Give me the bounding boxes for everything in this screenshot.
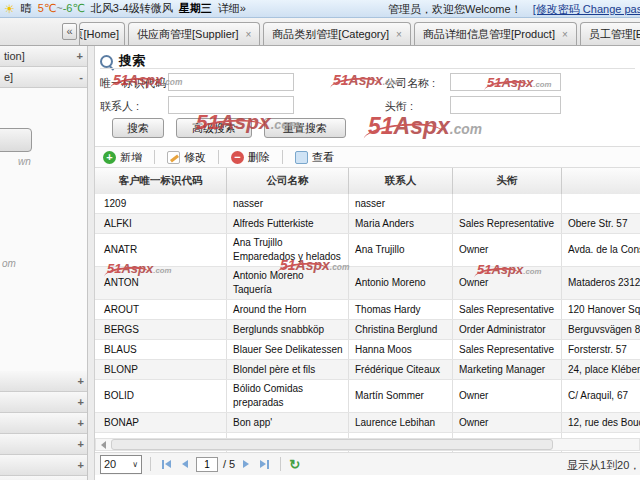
weather-detail-link[interactable]: 详细» [218,1,246,16]
add-button[interactable]: + 新增 [95,150,150,165]
table-row[interactable]: BONAPBon app'Laurence LebihanOwner12, ru… [95,413,640,433]
collapse-icon[interactable]: - [79,68,83,87]
sidebar-panel-header-1[interactable]: tion] + [0,46,87,67]
cell-contact: nasser [349,194,453,213]
sidebar-collapsed-panel[interactable]: + [0,392,88,413]
sidebar-collapsed-panel[interactable]: + [0,476,88,480]
view-button[interactable]: 查看 [287,150,342,165]
watermark-fragment: om [2,258,16,269]
contact-input[interactable] [168,96,294,114]
sidebar-collapsed-panel[interactable]: + [0,371,88,392]
tab-label: 首页[Home] [79,23,119,45]
column-header[interactable]: 头衔 [453,168,562,194]
delete-button[interactable]: − 删除 [223,150,278,165]
advanced-search-button[interactable]: 高级搜索 [176,118,252,138]
refresh-icon[interactable]: ↻ [289,458,300,471]
table-row[interactable]: BERGSBerglunds snabbköpChristina Berglun… [95,320,640,340]
tab-strip: 首页[Home]供应商管理[Supplier]×商品类别管理[Category]… [79,18,640,45]
cell-code: 1209 [95,194,227,213]
cell-title: Owner [453,234,562,266]
main-content: 搜索 唯一标识代码 : 公司名称 : 联系人 : 头衔 : 搜索 高级搜索 重置… [95,46,640,480]
horizontal-scrollbar [95,438,640,451]
search-button[interactable]: 搜索 [112,118,164,138]
cell-contact: Maria Anders [349,214,453,233]
expand-icon[interactable]: + [78,372,84,391]
tab-employees[interactable]: 员工管理[Employees]× [580,22,640,45]
code-input[interactable] [168,73,294,91]
page-number-input[interactable] [196,457,218,472]
column-header[interactable]: 地址 [562,168,640,194]
tab-category[interactable]: 商品类别管理[Category]× [263,22,411,45]
tab-home[interactable]: 首页[Home] [79,22,125,45]
prev-page-button[interactable] [179,460,191,468]
field-label-title: 头衔 : [385,99,413,114]
expand-icon[interactable]: + [78,414,84,433]
table-row[interactable]: BOLIDBólido Comidas preparadasMartín Som… [95,380,640,413]
column-header[interactable]: 公司名称 [227,168,349,194]
cell-company: Ana Trujillo Emparedados y helados [227,234,349,266]
sidebar-collapsed-panel[interactable]: + [0,455,88,476]
sidebar-panel-header-2[interactable]: e] - [0,67,87,88]
cell-company: Blondel père et fils [227,360,349,379]
page-size-select[interactable]: 20 ∨ [100,455,142,474]
table-row[interactable]: ALFKIAlfreds FutterkisteMaria AndersSale… [95,214,640,234]
expand-icon[interactable]: + [78,477,84,480]
table-row[interactable]: ANTONAntonio Moreno TaqueríaAntonio More… [95,267,640,300]
tab-label: 商品类别管理[Category] [272,28,389,40]
tab-scroll-left-button[interactable]: « [62,23,77,40]
expand-icon[interactable]: + [78,435,84,454]
scrollbar-thumb[interactable] [111,439,553,450]
first-page-button[interactable] [159,460,174,469]
table-row[interactable]: ANATRAna Trujillo Emparedados y heladosA… [95,234,640,267]
company-input[interactable] [450,73,561,91]
cell-company: Bon app' [227,413,349,432]
cell-code: ALFKI [95,214,227,233]
pager-separator [150,457,151,471]
sidebar-collapsed-panel[interactable]: + [0,413,88,434]
table-row[interactable]: BLAUSBlauer See DelikatessenHanna MoosSa… [95,340,640,360]
tab-supplier[interactable]: 供应商管理[Supplier]× [128,22,260,45]
table-row[interactable]: AROUTAround the HornThomas HardySales Re… [95,300,640,320]
reset-search-button[interactable]: 重置搜索 [264,118,346,138]
scroll-left-arrow-icon[interactable] [101,441,106,449]
add-label: 新增 [120,150,142,165]
cell-company: Alfreds Futterkiste [227,214,349,233]
cell-title: Marketing Manager [453,360,562,379]
title-input[interactable] [450,96,561,114]
cell-company: Antonio Moreno Taquería [227,267,349,299]
tab-product[interactable]: 商品详细信息管理[Product]× [414,22,577,45]
edit-button[interactable]: 修改 [159,150,214,165]
next-page-button[interactable] [240,460,252,468]
tab-close-icon[interactable]: × [396,29,402,40]
add-icon: + [103,151,116,164]
pager-separator [280,457,281,471]
last-page-button[interactable] [257,460,272,469]
cell-code: ANTON [95,267,227,299]
cell-title: Sales Representative [453,340,562,359]
tab-close-icon[interactable]: × [245,29,251,40]
change-password-link[interactable]: [修改密码 Change password] [533,3,640,15]
grid-header-row: 客户唯一标识代码公司名称联系人头衔地址 [95,168,640,195]
grid-body: 1209nassernasserALFKIAlfreds Futterkiste… [95,194,640,453]
cell-code: BONAP [95,413,227,432]
sidebar-button-fragment[interactable] [0,128,32,152]
tab-close-icon[interactable]: × [562,29,568,40]
cell-contact: Laurence Lebihan [349,413,453,432]
left-sidebar: tion] + e] - wnom ++++++ [0,46,88,480]
cell-contact: Hanna Moos [349,340,453,359]
sidebar-panel-label: tion] [4,47,25,66]
cell-code: AROUT [95,300,227,319]
sidebar-splitter[interactable] [88,46,95,480]
expand-icon[interactable]: + [78,456,84,475]
expand-icon[interactable]: + [78,393,84,412]
page-size-value: 20 [104,458,116,470]
table-row[interactable]: BLONPBlondel père et filsFrédérique Cite… [95,360,640,380]
sidebar-collapsed-panel[interactable]: + [0,434,88,455]
expand-icon[interactable]: + [77,47,83,66]
column-header[interactable]: 客户唯一标识代码 [95,168,227,194]
view-label: 查看 [312,150,334,165]
cell-company: Berglunds snabbköp [227,320,349,339]
table-row[interactable]: 1209nassernasser [95,194,640,214]
column-header[interactable]: 联系人 [349,168,453,194]
cell-company: Bólido Comidas preparadas [227,380,349,412]
